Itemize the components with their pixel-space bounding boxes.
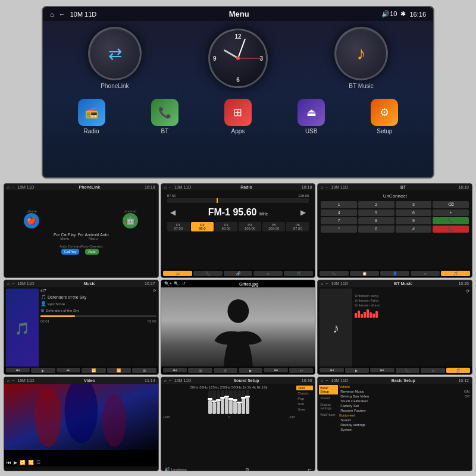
setup-display[interactable]: Display settings [339, 422, 471, 427]
apps-app-item[interactable]: ⊞ Apps [224, 99, 252, 134]
preset-soft[interactable]: Soft [296, 402, 313, 406]
eq-slider-8[interactable] [237, 390, 241, 414]
usb-app-item[interactable]: ⏏ USB [298, 99, 325, 134]
nav-basic-setup[interactable]: Basic Setup [319, 385, 338, 394]
vid-back-icon[interactable]: ← [11, 378, 15, 383]
btm-prev-btn[interactable]: ⏮ [320, 368, 343, 372]
btm-home-icon[interactable]: ⌂ [321, 281, 323, 286]
eq-slider-2[interactable] [212, 390, 216, 414]
key-8[interactable]: 8 [358, 217, 394, 224]
music-next-btn[interactable]: ⏭ [57, 368, 80, 372]
radio-icon[interactable]: 📻 [78, 99, 105, 126]
btm-btmusic-btn[interactable]: 🎵 [446, 368, 470, 373]
setup-factory[interactable]: Factory Set [339, 403, 471, 408]
radio-call-btn[interactable]: 📞 [193, 271, 223, 276]
btm-play-btn[interactable]: ▶ [345, 368, 369, 373]
img-zoom-out[interactable]: 🔍- [174, 281, 180, 286]
bt-icon[interactable]: 📞 [151, 99, 178, 126]
music-play-btn[interactable]: ▶ [31, 368, 55, 373]
bt-home-icon[interactable]: ⌂ [321, 185, 323, 189]
music-repeat-btn[interactable]: 🔁 [82, 368, 105, 373]
auto-btn[interactable]: Auto [85, 249, 98, 255]
img-next-btn[interactable]: ⏭ [264, 368, 287, 372]
sound-settings-icon[interactable]: ⚙ [245, 467, 249, 471]
apps-icon[interactable]: ⊞ [224, 99, 252, 126]
bt-contacts-btn[interactable]: 👤 [380, 271, 409, 276]
setup-icon[interactable]: ⚙ [371, 99, 398, 126]
bt-app-item[interactable]: 📞 BT [151, 99, 178, 134]
radio-dial-btn[interactable]: 📻 [163, 271, 192, 276]
music-back-icon[interactable]: ← [11, 281, 15, 286]
shuffle-icon[interactable]: ⟳ [153, 289, 156, 293]
radio-fav-btn[interactable]: ☆ [253, 271, 283, 276]
android-icon[interactable]: 🤖 [123, 213, 138, 228]
eq-slider-1[interactable] [208, 390, 212, 414]
radio-app-item[interactable]: 📻 Radio [78, 99, 105, 134]
btm-fav-btn[interactable]: ☆ [421, 368, 444, 373]
key-endcall[interactable]: 📞 [433, 226, 469, 233]
preset-5[interactable]: P5108.00 [262, 222, 285, 231]
key-star[interactable]: * [321, 226, 357, 233]
preset-2[interactable]: P288.0 [191, 222, 214, 231]
btmusic-app[interactable]: ♪ [334, 27, 388, 80]
radio-bt-btn[interactable]: 🎵 [284, 271, 313, 276]
setup-app-item[interactable]: ⚙ Setup [371, 99, 398, 134]
eq-slider-5[interactable] [225, 390, 228, 414]
eq-slider-6[interactable] [229, 390, 233, 414]
setup-home-icon[interactable]: ⌂ [321, 378, 323, 383]
nav-display[interactable]: Display settings [319, 402, 338, 411]
preset-user[interactable]: User [296, 407, 313, 412]
key-1[interactable]: 1 [321, 201, 357, 208]
vid-repeat-btn[interactable]: 🔁 [20, 460, 26, 465]
preset-pop[interactable]: Pop [296, 396, 313, 401]
usb-icon[interactable]: ⏏ [298, 99, 325, 126]
phonelink-app[interactable]: ⇄ [88, 27, 142, 80]
img-zoom-in[interactable]: 🔍+ [164, 281, 172, 286]
pl-back-icon[interactable]: ← [11, 185, 15, 189]
calplay-btn[interactable]: CalPlay [61, 249, 80, 255]
bt-recent-btn[interactable]: 📋 [350, 271, 379, 276]
btm-shuffle[interactable]: ⟳ [466, 289, 470, 294]
bt-music-btn[interactable]: 🎵 [441, 271, 470, 276]
key-7[interactable]: 7 [321, 217, 357, 224]
vid-random-btn[interactable]: 🔀 [28, 460, 34, 465]
setup-system[interactable]: System [339, 427, 471, 432]
key-5[interactable]: 5 [358, 209, 394, 216]
img-rotate-btn[interactable]: ↺ [214, 368, 237, 373]
preset-3[interactable]: P390.00 [215, 222, 237, 231]
key-4[interactable]: 4 [321, 209, 357, 216]
btm-dial-btn[interactable]: 📞 [396, 368, 419, 373]
img-rotate[interactable]: ↺ [182, 281, 186, 286]
music-prev-btn[interactable]: ⏮ [6, 368, 30, 372]
btm-next-btn[interactable]: ⏭ [370, 368, 394, 372]
setup-back-icon[interactable]: ← [325, 378, 330, 383]
preset-jazz[interactable]: Jazz [296, 386, 313, 390]
preset-1[interactable]: P187.50 [167, 222, 190, 231]
key-3[interactable]: 3 [396, 201, 432, 208]
img-return-btn[interactable]: ↩ [289, 368, 313, 373]
key-2[interactable]: 2 [358, 201, 394, 208]
bt-fav-btn[interactable]: ☆ [411, 271, 440, 276]
snd-home-icon[interactable]: ⌂ [164, 378, 167, 383]
key-call[interactable]: 📞 [433, 217, 469, 224]
music-list-btn[interactable]: ☰ [132, 368, 156, 373]
back-icon[interactable]: ← [59, 11, 65, 18]
setup-driving-ban[interactable]: Driving Ban Video Off [339, 394, 471, 399]
bt-back-icon[interactable]: ← [325, 185, 330, 189]
key-0[interactable]: 0 [358, 226, 394, 233]
pl-home-icon[interactable]: ⌂ [7, 185, 10, 189]
preset-4[interactable]: P4106.00 [239, 222, 261, 231]
img-prev-btn[interactable]: ⏮ [163, 368, 187, 372]
img-zoom-btn[interactable]: ⊞ [188, 368, 212, 373]
eq-slider-10[interactable] [246, 390, 249, 414]
vid-play-btn[interactable]: ▶ [14, 460, 17, 465]
key-9[interactable]: 9 [396, 217, 432, 224]
sound-back-icon[interactable]: ↩ [308, 467, 312, 471]
vid-prev-btn[interactable]: ⏮ [7, 460, 11, 465]
eq-slider-3[interactable] [217, 390, 220, 414]
setup-sound[interactable]: Sound [339, 418, 471, 422]
preset-classic[interactable]: Classic [296, 391, 313, 396]
snd-back-icon[interactable]: ← [168, 378, 173, 383]
eq-slider-4[interactable] [221, 390, 224, 414]
key-del[interactable]: ⌫ [433, 201, 469, 208]
